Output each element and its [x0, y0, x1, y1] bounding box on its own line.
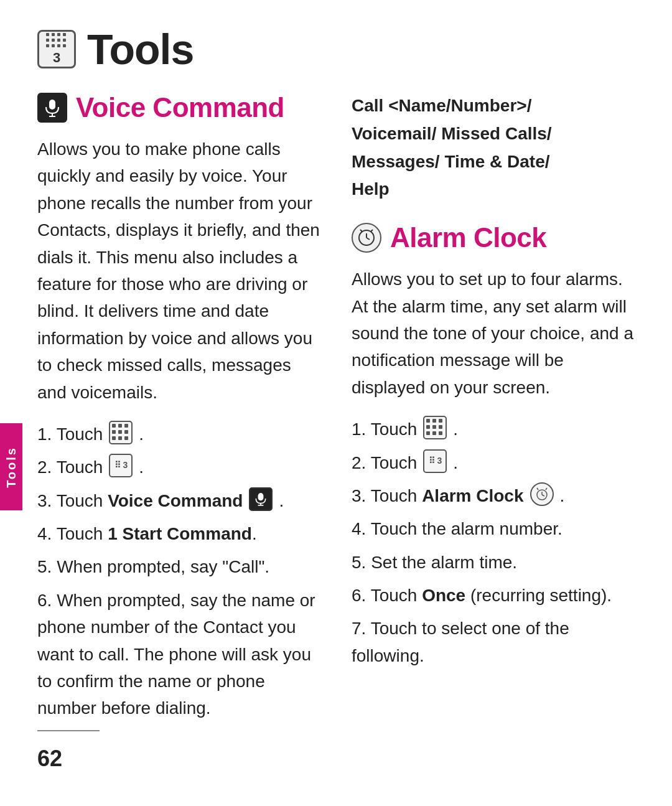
alarm-step-2: 2. Touch ⠿ 3 .: [352, 449, 635, 476]
page-number: 62: [37, 746, 62, 772]
mic-svg: [254, 492, 268, 506]
icon3-alarm-step2: ⠿ 3: [423, 449, 447, 473]
svg-line-9: [360, 230, 362, 232]
step-2: 2. Touch ⠿ 3 .: [37, 454, 320, 480]
alarm-clock-icon: [352, 223, 381, 253]
alarm-clock-svg-small: [534, 487, 549, 502]
icon3-step2: ⠿ 3: [109, 454, 133, 477]
tools-header-icon: 3: [37, 30, 76, 68]
alarm-clock-title: Alarm Clock: [390, 222, 546, 253]
clock-svg: [357, 228, 376, 247]
step-3: 3. Touch Voice Command .: [37, 487, 320, 514]
alarm-step-7: 7. Touch to select one of the following.: [352, 615, 635, 669]
alarm-clock-section: Call <Name/Number>/ Voicemail/ Missed Ca…: [352, 92, 635, 728]
svg-line-15: [546, 488, 547, 490]
call-options-text: Call <Name/Number>/ Voicemail/ Missed Ca…: [352, 92, 635, 204]
sidebar-label: Tools: [4, 446, 19, 488]
voice-command-heading: Voice Command: [37, 92, 320, 123]
alarm-clock-body: Allows you to set up to four alarms. At …: [352, 266, 635, 401]
svg-line-10: [371, 230, 373, 232]
page-divider: [37, 730, 100, 731]
grid88-icon-step1: [109, 421, 133, 444]
alarm-icon-step3: [530, 482, 554, 506]
step-1: 1. Touch .: [37, 421, 320, 448]
grid88-icon-alarm-step1: [423, 416, 447, 439]
step-4: 4. Touch 1 Start Command.: [37, 520, 320, 547]
svg-rect-0: [49, 100, 55, 110]
voice-command-section: Voice Command Allows you to make phone c…: [37, 92, 320, 728]
alarm-step-3: 3. Touch Alarm Clock .: [352, 482, 635, 509]
voice-command-title: Voice Command: [76, 92, 284, 123]
alarm-clock-steps: 1. Touch . 2. Touch ⠿ 3: [352, 416, 635, 669]
svg-rect-3: [258, 493, 264, 500]
voice-command-body: Allows you to make phone calls quickly a…: [37, 136, 320, 406]
sidebar-tab: Tools: [0, 423, 22, 510]
alarm-step-5: 5. Set the alarm time.: [352, 549, 635, 576]
page-title: Tools: [87, 25, 194, 73]
mic-icon: [43, 98, 62, 117]
page: 3 Tools Voice Command Allows y: [0, 0, 672, 806]
svg-line-14: [537, 488, 538, 490]
alarm-step-1: 1. Touch .: [352, 416, 635, 443]
mic-icon-step3: [249, 487, 273, 511]
alarm-step-4: 4. Touch the alarm number.: [352, 515, 635, 542]
voice-command-icon: [37, 93, 67, 123]
step-5: 5. When prompted, say "Call".: [37, 553, 320, 580]
page-header: 3 Tools: [0, 0, 672, 92]
main-content: Voice Command Allows you to make phone c…: [0, 92, 672, 728]
alarm-clock-heading: Alarm Clock: [352, 222, 635, 253]
step-6: 6. When prompted, say the name or phone …: [37, 587, 320, 722]
alarm-step-6: 6. Touch Once (recurring setting).: [352, 582, 635, 609]
voice-command-steps: 1. Touch . 2. Touch ⠿ 3: [37, 421, 320, 722]
